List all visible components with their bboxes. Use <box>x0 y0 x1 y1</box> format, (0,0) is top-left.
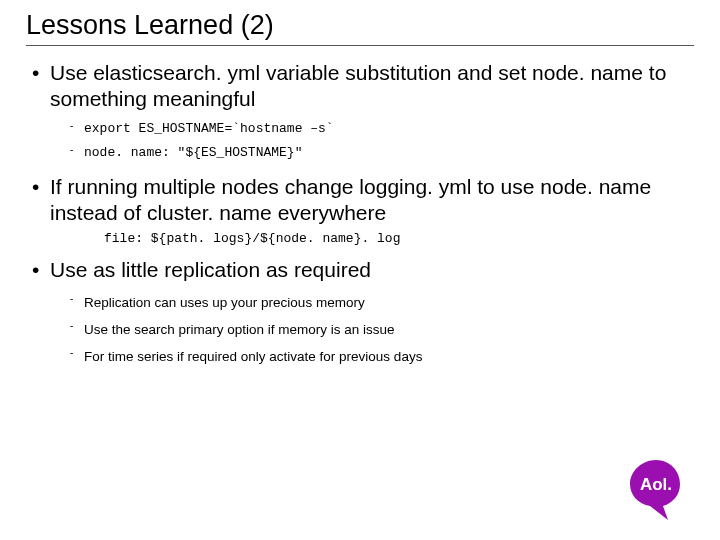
bullet-3-subs: Replication can uses up your precious me… <box>50 289 694 370</box>
bullet-3: Use as little replication as required Re… <box>26 257 694 370</box>
bullet-3-text: Use as little replication as required <box>50 258 371 281</box>
bullet-2-text: If running multiple nodes change logging… <box>50 175 651 224</box>
bullet-1: Use elasticsearch. yml variable substitu… <box>26 60 694 164</box>
aol-logo: Aol. <box>616 454 696 524</box>
text-sub-3: For time series if required only activat… <box>50 343 694 370</box>
code-line: file: ${path. logs}/${node. name}. log <box>50 231 694 247</box>
bullet-1-text: Use elasticsearch. yml variable substitu… <box>50 61 666 110</box>
bullet-1-subs: export ES_HOSTNAME=`hostname –s` node. n… <box>50 117 694 164</box>
text-sub-2: Use the search primary option if memory … <box>50 316 694 343</box>
main-list: Use elasticsearch. yml variable substitu… <box>26 60 694 370</box>
page-title: Lessons Learned (2) <box>26 10 694 41</box>
logo-text: Aol. <box>640 475 672 494</box>
slide: Lessons Learned (2) Use elasticsearch. y… <box>0 0 720 540</box>
code-sub-2: node. name: "${ES_HOSTNAME}" <box>50 141 694 164</box>
text-sub-1: Replication can uses up your precious me… <box>50 289 694 316</box>
title-underline <box>26 45 694 46</box>
code-sub-1: export ES_HOSTNAME=`hostname –s` <box>50 117 694 140</box>
bullet-2: If running multiple nodes change logging… <box>26 174 694 247</box>
